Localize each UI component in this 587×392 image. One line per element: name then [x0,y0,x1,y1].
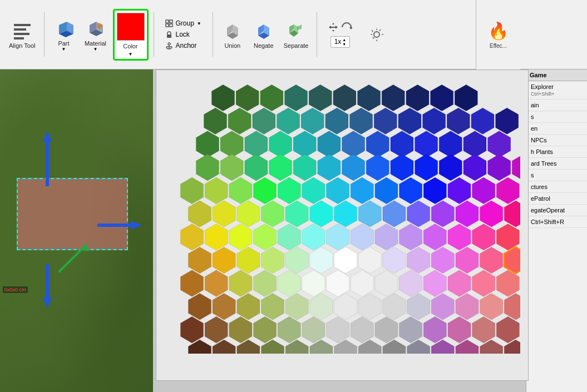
hex-cell[interactable] [261,201,284,227]
hex-cell[interactable] [375,270,398,297]
hex-cell[interactable] [504,294,520,320]
explorer-item[interactable]: ExplorerCtrl+Shift+ [526,81,587,100]
hex-cell[interactable] [463,154,486,181]
hex-cell[interactable] [448,177,471,204]
hex-cell[interactable] [496,316,519,343]
hex-cell[interactable] [512,154,520,181]
hex-color-grid[interactable] [164,81,520,354]
hex-cell[interactable] [399,177,422,204]
hex-cell[interactable] [278,270,300,297]
part-dropdown-arrow[interactable]: ▼ [62,47,66,52]
hex-cell[interactable] [431,201,454,227]
material-dropdown-arrow[interactable]: ▼ [93,47,98,52]
hex-cell[interactable] [496,177,519,204]
hex-cell[interactable] [302,177,325,204]
hex-cell[interactable] [488,131,511,158]
hex-cell[interactable] [245,131,268,158]
hex-cell[interactable] [245,154,268,181]
hex-cell[interactable] [383,201,406,227]
hex-cell[interactable] [237,201,260,227]
hex-cell[interactable] [326,224,349,250]
hex-cell[interactable] [285,201,308,227]
hex-cell[interactable] [456,247,479,274]
hex-cell[interactable] [318,154,341,181]
hex-cell[interactable] [399,224,422,250]
hex-cell[interactable] [229,224,252,250]
hex-cell[interactable] [180,224,203,250]
lock-button[interactable]: Lock [162,29,205,39]
hex-cell[interactable] [480,294,503,320]
hex-cell[interactable] [220,154,243,181]
hex-cell[interactable] [375,316,398,343]
hex-cell[interactable] [504,247,520,274]
hex-cell[interactable] [293,154,316,181]
hex-cell[interactable] [472,316,495,343]
hex-cell[interactable] [480,201,503,227]
hex-cell[interactable] [253,224,276,250]
hex-cell[interactable] [448,224,471,250]
hex-cell[interactable] [213,201,235,227]
hex-cell[interactable] [382,85,405,111]
hex-cell[interactable] [472,270,495,297]
hex-cell[interactable] [196,131,219,158]
hex-cell[interactable] [334,201,357,227]
hex-cell[interactable] [188,247,211,274]
hex-cell[interactable] [196,154,219,181]
speed-control[interactable]: 1x ▲ ▼ [331,36,351,48]
hex-cell[interactable] [269,154,292,181]
hex-cell[interactable] [342,154,364,181]
panel-negate-op[interactable]: egateOperat [526,205,587,216]
hex-cell[interactable] [383,247,406,274]
hex-cell[interactable] [334,247,357,274]
hex-cell[interactable] [455,85,477,111]
hex-cell[interactable] [205,224,228,250]
hex-cell[interactable] [326,177,349,204]
hex-cell[interactable] [236,85,259,111]
hex-cell[interactable] [407,247,430,274]
color-button[interactable]: Color ▼ [113,9,149,61]
group-dropdown[interactable]: ▼ [197,21,201,26]
hex-cell[interactable] [310,294,333,320]
hex-cell[interactable] [374,108,397,135]
hex-cell[interactable] [205,316,228,343]
hex-cell[interactable] [285,247,308,274]
hex-cell[interactable] [220,131,243,158]
hex-cell[interactable] [423,316,446,343]
hex-cell[interactable] [496,270,519,297]
hex-cell[interactable] [351,224,373,250]
hex-cell[interactable] [399,270,422,297]
hex-cell[interactable] [260,85,283,111]
hex-cell[interactable] [253,270,276,297]
hex-cell[interactable] [472,177,495,204]
hex-cell[interactable] [188,294,211,320]
hex-cell[interactable] [180,270,203,297]
hex-cell[interactable] [406,85,429,111]
align-tool-button[interactable]: Align Tool [6,18,39,51]
hex-cell[interactable] [302,270,325,297]
hex-cell[interactable] [333,85,356,111]
hex-cell[interactable] [391,131,413,158]
panel-shortcut[interactable]: Ctrl+Shift+R [526,216,587,228]
hex-cell[interactable] [205,270,228,297]
hex-cell[interactable] [261,247,284,274]
hex-cell[interactable] [309,85,332,111]
hex-cell[interactable] [301,108,324,135]
settings-button[interactable] [363,24,391,44]
hex-cell[interactable] [213,294,235,320]
hex-cell[interactable] [325,108,348,135]
hex-cell[interactable] [431,294,454,320]
panel-npcs[interactable]: NPCs [526,135,587,146]
panel-patrol[interactable]: ePatrol [526,193,587,205]
hex-cell[interactable] [302,224,325,250]
hex-cell[interactable] [253,316,276,343]
hex-cell[interactable] [351,270,373,297]
hex-cell[interactable] [204,108,226,135]
hex-cell[interactable] [349,108,372,135]
hex-cell[interactable] [423,224,446,250]
hex-cell[interactable] [415,131,438,158]
hex-cell[interactable] [326,316,349,343]
hex-cell[interactable] [293,131,316,158]
negate-button[interactable]: Negate [249,18,278,51]
hex-cell[interactable] [269,131,292,158]
hex-cell[interactable] [456,294,479,320]
